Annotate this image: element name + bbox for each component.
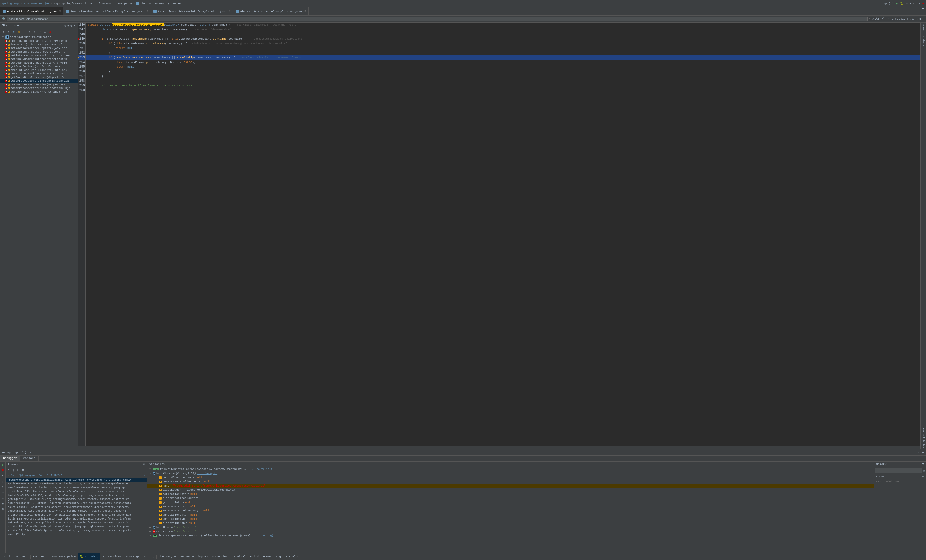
toolbar-collapse[interactable]: ⊟ bbox=[6, 30, 11, 34]
tab-close[interactable]: × bbox=[304, 10, 306, 13]
toolbar-method[interactable]: m bbox=[17, 30, 21, 34]
frames-btn[interactable]: ⊡ bbox=[2, 507, 4, 512]
frame-item-11[interactable]: refresh:583, AbstractApplicationContext … bbox=[6, 521, 147, 525]
panel-database[interactable]: Database bbox=[922, 35, 925, 46]
frame-item-6[interactable]: getSingleton:234, DefaultSingletonBeanRe… bbox=[6, 501, 147, 505]
expand-icon[interactable]: ▼ bbox=[149, 472, 152, 475]
tree-item-setapply[interactable]: m m setApplyCommonInterceptorsFirst(b bbox=[0, 57, 78, 61]
frame-item-9[interactable]: preInstantiateSingletons:944, DefaultLis… bbox=[6, 513, 147, 517]
var-reflectiondata[interactable]: f reflectionData = null bbox=[147, 492, 874, 496]
frame-item-13[interactable]: <init>:85, ClassPathXmlApplicationContex… bbox=[6, 528, 147, 533]
var-enumconstants[interactable]: f enumConstants = null bbox=[147, 504, 874, 509]
toolbar-class[interactable]: C bbox=[11, 30, 16, 34]
frame-down[interactable]: ↓ bbox=[11, 468, 15, 472]
tree-item-getcachekey[interactable]: m m getCacheKey(Class<?>, String): Ob bbox=[0, 90, 78, 94]
status-javaenterprise[interactable]: Java Enterprise bbox=[48, 553, 77, 560]
search-refresh[interactable]: ↺ bbox=[872, 17, 873, 21]
step-out-btn[interactable]: ↑ bbox=[2, 485, 4, 489]
search-options[interactable]: ⊡ bbox=[912, 17, 914, 21]
status-run[interactable]: ▶ 4: Run bbox=[31, 553, 47, 560]
var-cachekey[interactable]: ▶ ≡ cacheKey = "demoService" bbox=[147, 529, 874, 534]
tostring-link2[interactable]: ... toString() bbox=[251, 534, 275, 537]
status-spring[interactable]: Spring bbox=[142, 553, 156, 560]
expand-icon[interactable]: ▼ bbox=[149, 468, 152, 471]
status-git[interactable]: ⎇ Git bbox=[1, 553, 14, 560]
run-btn[interactable]: ▶ bbox=[896, 1, 898, 6]
var-cachedconstructor[interactable]: f cachedConstructor = null bbox=[147, 475, 874, 480]
var-genericinfo[interactable]: f genericInfo = null bbox=[147, 500, 874, 504]
search-clear[interactable]: × bbox=[869, 17, 870, 21]
tab-abstractautoproxycreator[interactable]: AbstractAutoProxyCreator.java × bbox=[0, 7, 64, 15]
settings-btn[interactable]: ⊞ bbox=[2, 502, 4, 506]
tree-item-isfrozen[interactable]: m m isFrozen(): boolean ↑ProxyConfig bbox=[0, 43, 78, 47]
status-sonarlint[interactable]: SonarLint bbox=[210, 553, 229, 560]
tostring-link[interactable]: ... toString() bbox=[249, 468, 272, 471]
step-into-btn[interactable]: ↓ bbox=[2, 480, 4, 483]
frame-item-14[interactable]: main:17, App bbox=[6, 533, 147, 536]
status-checkstyle[interactable]: CheckStyle bbox=[157, 553, 177, 560]
step-over-btn[interactable]: ↷ bbox=[2, 474, 4, 478]
var-name-field[interactable]: ▶ f name = "tech.pdai.springframework.se… bbox=[147, 484, 874, 488]
debug-gear[interactable]: ⚙ bbox=[918, 450, 920, 454]
tree-item-getbean[interactable]: m m getBeanFactory(): BeanFactory bbox=[0, 65, 78, 68]
frame-item-7[interactable]: doGetBean:333, AbstractBeanFactory (org.… bbox=[6, 505, 147, 509]
var-classredefined[interactable]: f classRedefinedCount = 0 bbox=[147, 496, 874, 500]
frame-item-5[interactable]: getObject:-1, 497208183 (org.springframe… bbox=[6, 497, 147, 501]
frame-item-2[interactable]: resolveBeforeInstantiation:1117, Abstrac… bbox=[6, 486, 147, 490]
frame-item-0[interactable]: postProcessBeforeInstantiation:253, Abst… bbox=[6, 478, 147, 482]
frames-filter[interactable]: ⊡ bbox=[143, 463, 145, 466]
run-cursor-btn[interactable]: ⇢ bbox=[2, 491, 4, 495]
debug-close-btn[interactable]: × bbox=[30, 451, 32, 454]
status-todo[interactable]: 6: TODO bbox=[15, 553, 30, 560]
frame-item-12[interactable]: <init>:144, ClassPathXmlApplicationConte… bbox=[6, 525, 147, 528]
status-terminal[interactable]: Terminal bbox=[230, 553, 247, 560]
tab-close[interactable]: × bbox=[229, 10, 230, 13]
memory-search-input[interactable] bbox=[875, 468, 922, 473]
status-visualgc[interactable]: VisualGC bbox=[284, 553, 301, 560]
status-build[interactable]: Build bbox=[248, 553, 260, 560]
status-eventlog[interactable]: ⚑ Event Log bbox=[262, 553, 283, 560]
frame-item-1[interactable]: applyBeanPostProcessorsBeforeInstantiati… bbox=[6, 482, 147, 486]
tab-aspectjaware[interactable]: AspectJAwareAdvisorAutoProxyCreator.java… bbox=[151, 7, 233, 15]
search-next[interactable]: ↓ bbox=[909, 17, 911, 21]
var-annotationdata[interactable]: f annotationData = null bbox=[147, 513, 874, 517]
search-more[interactable]: ⇥ bbox=[916, 17, 918, 21]
var-newinstance[interactable]: f newInstanceCallerCache = null bbox=[147, 480, 874, 484]
more-icons[interactable]: ⚙ bbox=[906, 2, 908, 5]
tree-item-setadvisor[interactable]: m m setAdvisorAdapterRegistry(Advisor. bbox=[0, 47, 78, 50]
memory-gear-icon[interactable]: ⚙ bbox=[923, 469, 925, 472]
var-annotationtype[interactable]: f annotationType = null bbox=[147, 517, 874, 521]
debug-tab-console[interactable]: Console bbox=[20, 456, 39, 461]
sidebar-close[interactable]: × bbox=[74, 24, 76, 28]
debug-tab-debugger[interactable]: Debugger bbox=[0, 456, 20, 461]
status-seqdiagram[interactable]: Sequence Diagram bbox=[179, 553, 209, 560]
tree-item-class[interactable]: ▼ C AbstractAutoProxyCreator bbox=[0, 35, 78, 39]
tab-close[interactable]: × bbox=[59, 10, 61, 13]
toolbar-filter[interactable]: ⊡ bbox=[27, 30, 32, 34]
tree-item-setinterceptor[interactable]: m m setInterceptorNames(String...): voi bbox=[0, 54, 78, 57]
search-regex[interactable]: .* bbox=[885, 17, 890, 21]
panel-maven[interactable]: Maven bbox=[922, 24, 925, 31]
var-beanname[interactable]: ▶ p beanName = "demoService" bbox=[147, 525, 874, 529]
toolbar-more[interactable]: ⋯ bbox=[53, 30, 57, 34]
frame-up[interactable]: ↑ bbox=[7, 468, 11, 472]
toolbar-anon[interactable]: λ bbox=[42, 30, 47, 34]
stop-btn[interactable]: ■ bbox=[2, 468, 4, 472]
code-container[interactable]: 246 247 248 249 250 251 252 → 253 bbox=[78, 23, 920, 446]
tree-item-postprocessprop[interactable]: m m postProcessProperties(PropertyVal bbox=[0, 83, 78, 86]
horizontal-scrollbar[interactable] bbox=[78, 446, 920, 449]
var-targetsourcedbeans[interactable]: ▼ oo this.targetSourcedBeans = {Collecti… bbox=[147, 534, 874, 538]
navigate-link[interactable]: ... Navigate bbox=[197, 472, 217, 475]
tree-item-postprocessafter[interactable]: m m postProcessAfterInitialization(Obje bbox=[0, 86, 78, 90]
search-settings[interactable]: ⚙ bbox=[919, 17, 921, 21]
search-case[interactable]: Aa bbox=[875, 17, 880, 21]
frame-copy[interactable]: ⊞ bbox=[17, 468, 20, 472]
sidebar-sort-alpha[interactable]: ⇅ bbox=[64, 24, 67, 28]
close-all[interactable]: ■ bbox=[922, 2, 924, 6]
toolbar-public[interactable]: P bbox=[37, 30, 42, 34]
tree-item-predictbean[interactable]: m m predictBeanType(Class<?>, String): bbox=[0, 68, 78, 72]
thread-expand[interactable]: ▼ bbox=[143, 474, 145, 477]
search-word[interactable]: W bbox=[881, 17, 884, 21]
toolbar-expand[interactable]: ⊞ bbox=[1, 30, 6, 34]
toolbar-field[interactable]: f bbox=[22, 30, 26, 34]
